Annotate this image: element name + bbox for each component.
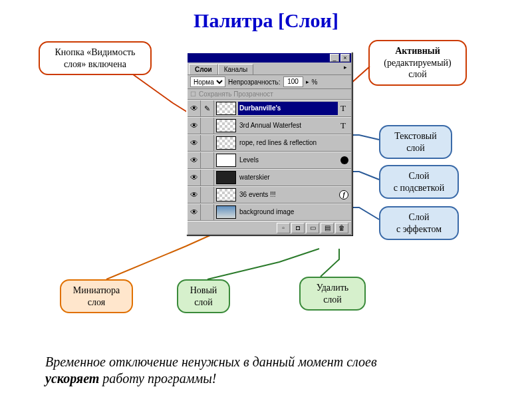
tab-channels[interactable]: Каналы	[218, 64, 254, 74]
text: Миниатюра	[73, 285, 120, 295]
layer-thumbnail[interactable]	[216, 136, 236, 150]
layers-list: 👁✎Durbanville'sT👁3rd Annual WaterfestT👁r…	[188, 100, 351, 221]
text: слой	[408, 69, 427, 79]
callout-highlight-layer: Слой с подсветкой	[379, 165, 459, 199]
layer-row[interactable]: 👁3rd Annual WaterfestT	[188, 117, 351, 134]
effects-badge: ƒ	[339, 190, 348, 200]
edit-cell[interactable]	[201, 204, 214, 220]
layer-thumbnail[interactable]	[216, 205, 236, 219]
footnote: Временное отключение ненужных в данный м…	[45, 354, 484, 387]
layer-name[interactable]: rope, red lines & reflection	[238, 136, 351, 150]
layer-name[interactable]: Levels	[238, 154, 340, 167]
preserve-transparency[interactable]: ☐ Сохранять Прозрачност	[188, 89, 351, 100]
layer-row[interactable]: 👁Levels	[188, 152, 351, 169]
text: Слой	[409, 171, 430, 181]
edit-cell[interactable]	[201, 187, 214, 203]
text: слоя» включена	[64, 59, 126, 69]
text: с подсветкой	[394, 183, 445, 193]
callout-visibility: Кнопка «Видимость слоя» включена	[39, 41, 152, 75]
delete-layer-button[interactable]: 🗑	[335, 223, 348, 233]
adjustment-dot-icon	[340, 156, 348, 164]
text-layer-badge: T	[338, 103, 348, 114]
visibility-toggle[interactable]: 👁	[188, 187, 201, 203]
edit-cell[interactable]	[201, 152, 214, 168]
layer-name[interactable]: 3rd Annual Waterfest	[238, 119, 338, 132]
visibility-toggle[interactable]: 👁	[188, 170, 201, 186]
visibility-toggle[interactable]: 👁	[188, 100, 201, 116]
text-layer-badge: T	[338, 120, 348, 131]
layer-thumbnail[interactable]	[216, 154, 236, 167]
text: (редактируемый)	[384, 58, 452, 68]
visibility-toggle[interactable]: 👁	[188, 118, 201, 134]
edit-cell[interactable]	[201, 170, 214, 186]
footer-btn-folder[interactable]: ▭	[306, 223, 319, 233]
layer-name[interactable]: 36 events !!!	[238, 188, 339, 201]
panel-menu-icon[interactable]: ▸	[340, 64, 350, 74]
text: слой	[323, 295, 342, 305]
layer-name[interactable]: Durbanville's	[238, 102, 338, 115]
checkbox-icon: ☐	[190, 90, 196, 98]
blend-mode-select[interactable]: Норма	[190, 76, 225, 87]
text: Кнопка «Видимость	[55, 47, 136, 57]
text: Текстовый	[394, 131, 436, 141]
callout-text-layer: Текстовый слой	[379, 125, 452, 159]
text: Новый	[190, 285, 217, 295]
layer-row[interactable]: 👁rope, red lines & reflection	[188, 134, 351, 152]
panel-footer: ▫ ◘ ▭ ▤ 🗑	[188, 221, 351, 234]
opacity-field[interactable]: 100	[283, 76, 303, 87]
visibility-toggle[interactable]: 👁	[188, 135, 201, 151]
layers-panel: _ × Слои Каналы ▸ Норма Непрозрачность: …	[186, 52, 352, 235]
close-button[interactable]: ×	[340, 54, 350, 62]
panel-controls: Норма Непрозрачность: 100 ▸ %	[188, 75, 351, 89]
text: Активный	[395, 46, 440, 56]
edit-cell[interactable]	[201, 135, 214, 151]
text: Слой	[409, 212, 430, 222]
text: слой	[406, 143, 425, 153]
edit-cell[interactable]: ✎	[201, 100, 214, 116]
tab-layers[interactable]: Слои	[189, 64, 218, 74]
callout-effect-layer: Слой с эффектом	[379, 206, 459, 240]
minimize-button[interactable]: _	[330, 54, 339, 62]
footer-btn-1[interactable]: ▫	[277, 223, 290, 233]
layer-name[interactable]: background image	[238, 205, 351, 219]
layer-row[interactable]: 👁waterskier	[188, 169, 351, 186]
edit-cell[interactable]	[201, 118, 214, 134]
layer-row[interactable]: 👁✎Durbanville'sT	[188, 100, 351, 117]
opacity-label: Непрозрачность:	[228, 78, 281, 86]
layer-row[interactable]: 👁36 events !!!ƒ	[188, 186, 351, 203]
layer-name[interactable]: waterskier	[238, 171, 351, 184]
panel-tabs: Слои Каналы ▸	[188, 63, 351, 75]
text: слоя	[88, 297, 105, 307]
visibility-toggle[interactable]: 👁	[188, 152, 201, 168]
page-title: Палитра [Слои]	[0, 0, 532, 32]
callout-active: Активный (редактируемый) слой	[368, 40, 467, 86]
layer-thumbnail[interactable]	[216, 171, 236, 184]
preserve-label: Сохранять Прозрачност	[199, 90, 273, 98]
callout-new-layer: Новый слой	[177, 279, 230, 313]
text: Удалить	[317, 283, 348, 293]
callout-delete-layer: Удалить слой	[299, 277, 366, 311]
text: работу программы!	[99, 371, 216, 386]
layer-thumbnail[interactable]	[216, 188, 236, 201]
layer-row[interactable]: 👁background image	[188, 203, 351, 221]
opacity-arrow-icon[interactable]: ▸	[306, 78, 309, 85]
text: ускоряет	[45, 371, 99, 386]
layer-thumbnail[interactable]	[216, 119, 236, 132]
text: слой	[194, 297, 213, 307]
callout-thumbnail: Миниатюра слоя	[60, 279, 133, 313]
layer-thumbnail[interactable]	[216, 102, 236, 115]
panel-titlebar: _ ×	[188, 53, 351, 63]
text: Временное отключение ненужных в данный м…	[45, 354, 377, 369]
visibility-toggle[interactable]: 👁	[188, 204, 201, 220]
text: с эффектом	[396, 224, 442, 234]
new-layer-button[interactable]: ▤	[321, 223, 334, 233]
footer-btn-mask[interactable]: ◘	[291, 223, 305, 233]
opacity-pct: %	[312, 78, 318, 86]
